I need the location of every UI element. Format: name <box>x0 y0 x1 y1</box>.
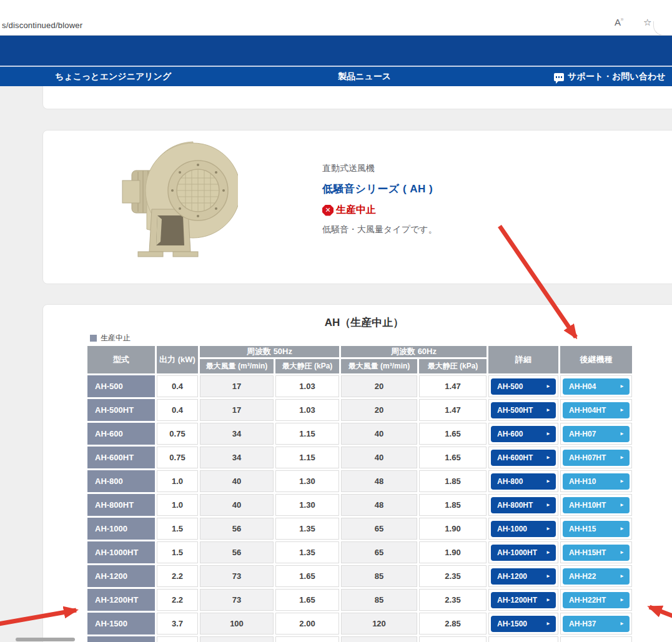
product-series-link[interactable]: 低騒音シリーズ ( AH ) <box>322 182 437 196</box>
chevron-right-icon: ► <box>546 478 551 484</box>
col-header-airflow-50: 最大風量 (m³/min) <box>200 359 274 373</box>
chevron-right-icon: ► <box>620 383 625 389</box>
chevron-right-icon: ► <box>546 597 551 603</box>
horizontal-scrollbar-thumb[interactable] <box>16 638 75 641</box>
stop-octagon-icon: ✕ <box>322 205 334 216</box>
pressure50-cell: 2.00 <box>275 613 339 635</box>
successor-link-button[interactable]: AH-H04► <box>563 378 630 395</box>
chevron-right-icon: ► <box>620 621 625 626</box>
chevron-right-icon: ► <box>620 573 625 579</box>
partial-cell <box>87 636 155 642</box>
successor-link-button-cell: AH-H04HT► <box>560 399 632 421</box>
successor-link-button[interactable]: AH-H22► <box>563 568 630 585</box>
successor-link-button[interactable]: AH-H04HT► <box>563 402 630 418</box>
browser-url-bar[interactable]: s/discontinued/blower A⁾⁾ ☆ <box>0 0 672 36</box>
detail-link-button[interactable]: AH-1000► <box>491 521 556 537</box>
airflow60-cell: 85 <box>341 589 417 611</box>
detail-link-button[interactable]: AH-1500► <box>491 616 556 632</box>
detail-link-button[interactable]: AH-600HT► <box>491 450 556 466</box>
successor-link-button[interactable]: AH-H22HT► <box>563 592 630 608</box>
successor-link-button[interactable]: AH-H15► <box>563 521 630 537</box>
successor-link-button[interactable]: AH-H07► <box>563 426 630 442</box>
detail-link-button[interactable]: AH-1200► <box>491 568 556 585</box>
detail-link-button[interactable]: AH-500► <box>491 378 556 395</box>
url-text[interactable]: s/discontinued/blower <box>2 21 82 30</box>
partial-cell <box>341 636 417 642</box>
model-cell: AH-500HT <box>87 399 155 421</box>
successor-link-button-cell: AH-H07HT► <box>560 447 632 468</box>
detail-link-button[interactable]: AH-1000HT► <box>491 545 556 561</box>
browser-panel-corner <box>653 21 672 36</box>
output-cell: 2.2 <box>157 565 198 587</box>
successor-link-button[interactable]: AH-H10► <box>563 473 630 490</box>
detail-link-button-cell: AH-1500► <box>488 613 558 635</box>
successor-link-button[interactable]: AH-H07HT► <box>563 450 630 466</box>
chat-bubble-icon <box>554 73 564 81</box>
successor-link-button-cell: AH-H22► <box>560 565 632 587</box>
model-cell: AH-800 <box>87 470 155 492</box>
discontinued-status-label: 生産中止 <box>336 204 376 217</box>
successor-link-button[interactable]: AH-H10HT► <box>563 497 630 513</box>
output-cell: 1.5 <box>157 541 198 563</box>
output-cell: 1.5 <box>157 518 198 540</box>
chevron-right-icon: ► <box>620 550 625 555</box>
chevron-right-icon: ► <box>546 526 551 531</box>
pressure50-cell: 1.03 <box>275 399 339 421</box>
favorites-star-icon[interactable]: ☆ <box>643 17 651 28</box>
chevron-right-icon: ► <box>620 431 625 437</box>
model-cell: AH-600 <box>87 423 155 445</box>
spec-table: 型式 出力 (kW) 周波数 50Hz 周波数 60Hz 詳細 後継機種 最大風… <box>86 344 634 642</box>
airflow50-cell: 40 <box>200 494 274 516</box>
col-header-freq50: 周波数 50Hz <box>200 346 339 357</box>
airflow60-cell: 65 <box>341 518 417 540</box>
product-card: 直動式送風機 低騒音シリーズ ( AH ) ✕ 生産中止 低騒音・大風量タイプで… <box>42 130 672 284</box>
detail-link-button-cell: AH-1000► <box>488 518 558 540</box>
previous-section-card <box>42 86 672 109</box>
model-cell: AH-1200HT <box>87 589 155 611</box>
pressure60-cell: 1.47 <box>419 375 487 397</box>
successor-link-button-cell: AH-H10► <box>560 470 632 492</box>
chevron-right-icon: ► <box>620 526 625 531</box>
detail-link-button-cell: AH-600► <box>488 423 558 445</box>
product-category: 直動式送風機 <box>322 163 437 174</box>
airflow60-cell: 65 <box>341 541 417 563</box>
pressure50-cell: 1.35 <box>275 518 339 540</box>
detail-link-button-cell: AH-1200► <box>488 565 558 587</box>
legend-color-swatch <box>90 335 97 342</box>
detail-link-button[interactable]: AH-500HT► <box>491 402 556 418</box>
spec-row: AH-15003.71002.001202.85AH-1500►AH-H37► <box>87 613 632 635</box>
read-aloud-icon[interactable]: A⁾⁾ <box>615 17 623 27</box>
chevron-right-icon: ► <box>620 597 625 603</box>
successor-link-button[interactable]: AH-H15HT► <box>563 545 630 561</box>
detail-link-button-cell: AH-1200HT► <box>488 589 558 611</box>
pressure60-cell: 2.35 <box>419 589 487 611</box>
airflow50-cell: 34 <box>200 423 274 445</box>
detail-link-button-cell: AH-500► <box>488 375 558 397</box>
detail-link-button-cell: AH-1000HT► <box>488 541 558 563</box>
detail-link-button[interactable]: AH-800► <box>491 473 556 490</box>
blower-product-image <box>119 136 238 260</box>
detail-link-button[interactable]: AH-600► <box>491 426 556 442</box>
successor-link-button-cell: AH-H15HT► <box>560 541 632 563</box>
detail-link-button[interactable]: AH-1200HT► <box>491 592 556 608</box>
successor-link-button[interactable]: AH-H37► <box>563 616 630 632</box>
nav-item-product-news[interactable]: 製品ニュース <box>338 71 391 82</box>
pressure60-cell: 2.35 <box>419 565 487 587</box>
successor-link-button-cell: AH-H15► <box>560 518 632 540</box>
nav-item-support[interactable]: サポート・お問い合わせ <box>554 71 665 82</box>
airflow60-cell: 120 <box>341 613 417 635</box>
nav-item-support-label: サポート・お問い合わせ <box>568 71 665 82</box>
model-cell: AH-1500 <box>87 613 155 635</box>
nav-item-engineering[interactable]: ちょこっとエンジニアリング <box>55 71 171 82</box>
output-cell: 1.0 <box>157 470 198 492</box>
main-nav: ちょこっとエンジニアリング 製品ニュース サポート・お問い合わせ <box>0 66 672 86</box>
airflow60-cell: 20 <box>341 375 417 397</box>
detail-link-button-cell: AH-800HT► <box>488 494 558 516</box>
airflow50-cell: 56 <box>200 518 274 540</box>
pressure60-cell: 1.90 <box>419 518 487 540</box>
spec-row-partial <box>87 636 632 642</box>
pressure60-cell: 1.85 <box>419 494 487 516</box>
successor-link-button-cell: AH-H10HT► <box>560 494 632 516</box>
successor-link-button-cell: AH-H22HT► <box>560 589 632 611</box>
detail-link-button[interactable]: AH-800HT► <box>491 497 556 513</box>
